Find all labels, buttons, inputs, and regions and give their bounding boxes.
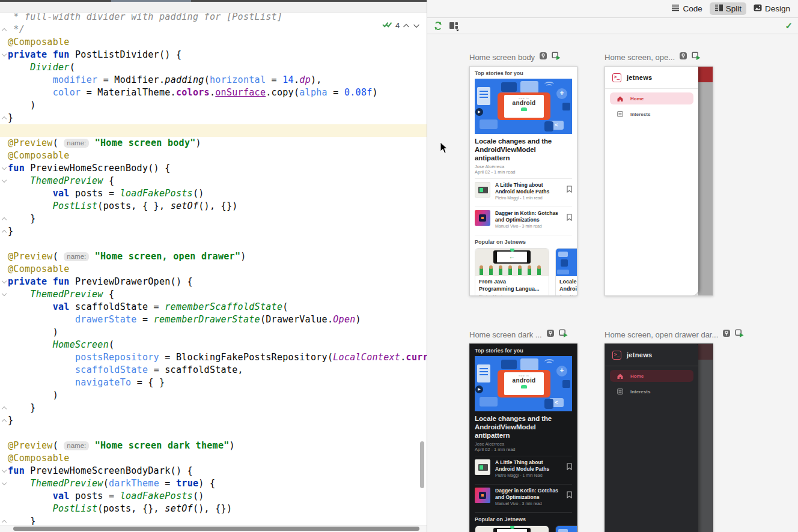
- code-line[interactable]: @Composable: [0, 452, 427, 465]
- code-line[interactable]: ThemedPreview(darkTheme = true) {: [0, 477, 427, 490]
- run-preview-on-device-button[interactable]: [735, 329, 744, 340]
- code-token: onSurface: [215, 87, 266, 98]
- mode-split-button[interactable]: Split: [710, 2, 746, 15]
- preview-card[interactable]: >_jetnewsHomeInterests: [605, 343, 713, 532]
- section-popular-label: Popular on Jetnews: [475, 516, 572, 522]
- code-line[interactable]: }: [0, 402, 427, 414]
- interactive-preview-icon: [546, 329, 555, 340]
- code-line[interactable]: */: [0, 23, 427, 36]
- post-text: A Little Thing about Android Module Path…: [495, 459, 562, 477]
- code-line[interactable]: }: [0, 112, 427, 124]
- post-title: A Little Thing about Android Module Path…: [495, 459, 562, 472]
- interactive-preview-button[interactable]: [679, 52, 687, 62]
- code-token: {: [103, 289, 115, 300]
- thumbnail-screen-shape: [478, 464, 488, 471]
- interactive-preview-button[interactable]: [539, 52, 547, 62]
- post-text: Dagger in Kotlin: Gotchas and Optimizati…: [495, 488, 562, 506]
- popular-card-title: Programming Langua...: [479, 286, 545, 293]
- code-token: [8, 352, 75, 363]
- code-line[interactable]: PostList(posts, {}, setOf(), {}): [0, 503, 427, 515]
- hero-image: +<▶now inandroid: [475, 356, 572, 411]
- code-line[interactable]: ThemedPreview {: [0, 288, 427, 301]
- post-thumbnail: [475, 488, 490, 503]
- thumbnail-screen-shape: [478, 187, 488, 193]
- code-line[interactable]: postsRepository = BlockingFakePostsRepos…: [0, 351, 427, 364]
- bookmark-button: [567, 213, 572, 223]
- hero-shape: [558, 252, 568, 257]
- editor-horizontal-scrollbar[interactable]: [0, 525, 427, 532]
- code-line[interactable]: ): [0, 326, 427, 339]
- hand-shape: [499, 268, 502, 275]
- code-line[interactable]: fun PreviewHomeScreenBody() {: [0, 162, 427, 175]
- code-line[interactable]: }: [0, 515, 427, 525]
- view-options-button[interactable]: [449, 21, 460, 31]
- code-line[interactable]: @Preview( name: "Home screen, open drawe…: [0, 250, 427, 263]
- code-line[interactable]: [0, 238, 427, 250]
- code-line[interactable]: @Composable: [0, 36, 427, 49]
- content-scrim: [698, 82, 713, 295]
- code-token: [8, 377, 75, 388]
- code-line[interactable]: navigateTo = { }: [0, 376, 427, 389]
- preview-card[interactable]: Top stories for you+<▶now inandroidLocal…: [469, 343, 577, 532]
- code-line[interactable]: * full-width divider with padding for [P…: [0, 13, 427, 23]
- editor-vertical-scrollbar[interactable]: [420, 441, 424, 488]
- preview-card[interactable]: >_jetnewsHomeInterests: [605, 66, 713, 296]
- editor-body[interactable]: * full-width divider with padding for [P…: [0, 13, 427, 525]
- code-line[interactable]: drawerState = rememberDrawerState(Drawer…: [0, 313, 427, 326]
- post-thumbnail: [475, 182, 490, 198]
- chat-bubble-shape: [501, 360, 517, 369]
- code-line[interactable]: val posts = loadFakePosts(): [0, 490, 427, 503]
- code-line[interactable]: ): [0, 99, 427, 112]
- code-line[interactable]: fun PreviewHomeScreenBodyDark() {: [0, 465, 427, 477]
- code-line[interactable]: @Preview( name: "Home screen body"): [0, 137, 427, 150]
- people-shape: [480, 397, 498, 407]
- popular-card: Locale changes and theAndroidViewModel a…: [555, 525, 577, 532]
- run-preview-on-device-button[interactable]: [692, 52, 701, 62]
- code-line[interactable]: private fun PreviewDrawerOpen() {: [0, 276, 427, 288]
- prev-issue-button[interactable]: [403, 21, 410, 30]
- code-token: .: [400, 352, 406, 363]
- run-preview-on-device-button[interactable]: [552, 52, 561, 62]
- next-issue-button[interactable]: [413, 21, 420, 30]
- code-line[interactable]: }: [0, 225, 427, 238]
- run-preview-on-device-button[interactable]: [559, 329, 568, 340]
- code-line[interactable]: PostList(posts, { }, setOf(), {}): [0, 200, 427, 213]
- code-line[interactable]: }: [0, 213, 427, 225]
- interactive-preview-button[interactable]: [722, 329, 731, 340]
- code-token: ): [240, 251, 246, 262]
- code-line[interactable]: @Composable: [0, 263, 427, 276]
- code-line[interactable]: Divider(: [0, 61, 427, 74]
- code-token: = { }: [131, 377, 165, 388]
- mode-design-button[interactable]: Design: [749, 2, 795, 15]
- horizontal-scrollbar-thumb[interactable]: [13, 527, 419, 531]
- home-icon: [617, 370, 623, 381]
- code-line[interactable]: @Preview( name: "Home screen dark theme"…: [0, 440, 427, 452]
- code-line[interactable]: scaffoldState = scaffoldState,: [0, 364, 427, 376]
- code-line[interactable]: val scaffoldState = rememberScaffoldStat…: [0, 301, 427, 313]
- code-token: color: [53, 87, 81, 98]
- code-line[interactable]: @Composable: [0, 150, 427, 162]
- code-line[interactable]: [0, 427, 427, 440]
- code-line[interactable]: private fun PostListDivider() {: [0, 49, 427, 61]
- code-line[interactable]: val posts = loadFakePosts(): [0, 187, 427, 200]
- code-token: @Composable: [8, 453, 70, 464]
- code-line[interactable]: modifier = Modifier.padding(horizontal =…: [0, 74, 427, 86]
- mode-code-button[interactable]: Code: [666, 2, 707, 15]
- inspections-widget[interactable]: 4: [382, 20, 420, 30]
- code-line[interactable]: }: [0, 414, 427, 427]
- brand-text: android: [504, 100, 544, 106]
- popular-card-image: [556, 526, 577, 532]
- interactive-preview-button[interactable]: [546, 329, 555, 340]
- code-line[interactable]: [0, 124, 427, 137]
- home-icon: [617, 93, 623, 104]
- code-token: private fun: [8, 276, 70, 287]
- code-line[interactable]: ThemedPreview {: [0, 175, 427, 187]
- code-token: }: [8, 402, 36, 413]
- code-line[interactable]: ): [0, 389, 427, 402]
- code-line[interactable]: HomeScreen(: [0, 339, 427, 351]
- code-content[interactable]: * full-width divider with padding for [P…: [0, 13, 427, 525]
- app-bar-behind-scrim: [698, 67, 713, 82]
- refresh-previews-button[interactable]: [433, 21, 443, 31]
- code-line[interactable]: color = MaterialTheme.colors.onSurface.c…: [0, 86, 427, 99]
- preview-card[interactable]: Top stories for you+<▶now inandroidLocal…: [469, 66, 577, 296]
